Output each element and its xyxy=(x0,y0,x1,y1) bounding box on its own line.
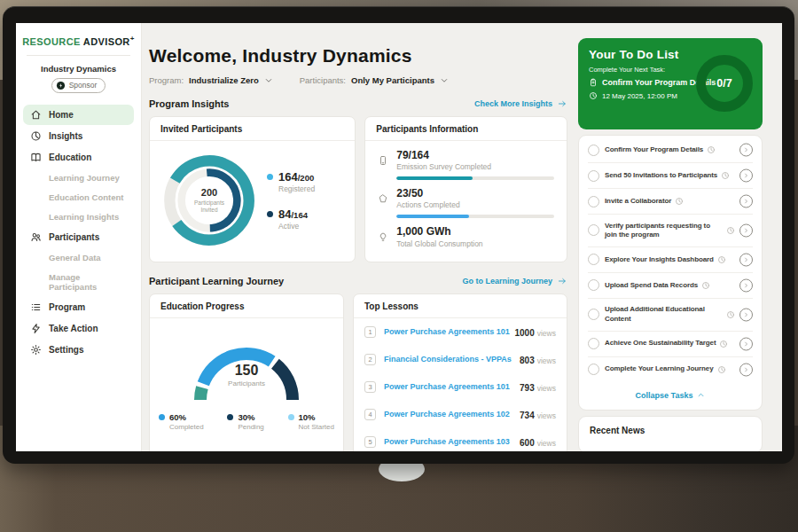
stat-value: 23/50 xyxy=(396,188,459,200)
lesson-title-link[interactable]: Power Purchase Agreements 101 xyxy=(384,382,520,391)
sidebar-item-label: Education xyxy=(49,153,91,162)
chevron-down-icon xyxy=(264,76,273,85)
task-open-button[interactable] xyxy=(739,363,753,376)
todo-progress-value: 0/7 xyxy=(716,77,732,90)
sidebar-item-general-data[interactable]: General Data xyxy=(23,248,134,267)
invited-participants-body: 200 Participants Invited 164/200Register… xyxy=(150,141,355,260)
survey-icon xyxy=(378,155,388,166)
sidebar-item-take-action[interactable]: Take Action xyxy=(23,318,134,339)
task-row: Invite a Collaborator xyxy=(588,189,753,215)
clock-icon xyxy=(589,91,598,100)
sidebar-item-learning-journey[interactable]: Learning Journey xyxy=(23,168,134,187)
program-filter-dropdown[interactable]: Program: Industrialize Zero xyxy=(149,75,273,85)
stat-head: 79/164Emission Survey Completed xyxy=(378,150,554,171)
clock-icon xyxy=(701,281,710,290)
gauge-legend-item: 10%Not Started xyxy=(288,412,334,431)
task-open-button[interactable] xyxy=(739,337,753,350)
recent-news-card: Recent News xyxy=(578,416,763,451)
lesson-row: 2Financial Considerations - VPPAs803view… xyxy=(354,346,567,373)
task-open-button[interactable] xyxy=(739,144,753,157)
task-open-button[interactable] xyxy=(739,278,753,292)
program-insights-title: Program Insights xyxy=(149,98,229,109)
sidebar-item-education-content[interactable]: Education Content xyxy=(23,188,134,207)
participants-filter-dropdown[interactable]: Participants: Only My Participants xyxy=(300,75,449,85)
task-label: Invite a Collaborator xyxy=(605,197,671,206)
clock-icon xyxy=(719,340,728,348)
todo-tasks-card: Confirm Your Program DetailsSend 50 Invi… xyxy=(578,135,763,411)
chevron-right-icon xyxy=(743,147,749,153)
task-checkbox[interactable] xyxy=(588,338,599,349)
sidebar-item-education[interactable]: Education xyxy=(23,147,134,168)
gauge-center-caption: Participants xyxy=(174,379,319,387)
legend-value: 30% xyxy=(238,412,263,422)
invited-participants-title: Invited Participants xyxy=(150,117,355,141)
lesson-rank-badge: 1 xyxy=(364,326,376,338)
clock-icon xyxy=(675,197,684,206)
sidebar-nav: HomeInsightsEducationLearning JourneyEdu… xyxy=(16,103,141,363)
chevron-right-icon xyxy=(743,282,749,288)
gauge-center-value: 150 xyxy=(174,363,319,379)
page-title: Welcome, Industry Dynamics xyxy=(149,45,567,66)
sidebar-item-label: Education Content xyxy=(49,192,123,202)
task-row: Send 50 Invitations to Participants xyxy=(588,163,753,189)
lesson-title-link[interactable]: Power Purchase Agreements 102 xyxy=(384,410,520,419)
lesson-row: 5Power Purchase Agreements 103600views xyxy=(354,428,567,451)
sidebar-item-learning-insights[interactable]: Learning Insights xyxy=(23,207,134,226)
task-checkbox[interactable] xyxy=(588,279,599,291)
sponsor-badge-icon xyxy=(56,81,66,90)
sidebar-item-settings[interactable]: Settings xyxy=(23,340,134,360)
task-checkbox[interactable] xyxy=(588,364,599,375)
sidebar-item-home[interactable]: Home xyxy=(23,105,134,125)
sidebar-item-participants[interactable]: Participants xyxy=(23,227,134,247)
legend-label: Pending xyxy=(238,423,263,431)
task-checkbox[interactable] xyxy=(588,196,599,207)
todo-progress-ring: 0/7 xyxy=(696,55,753,112)
task-row: Explore Your Insights Dashboard xyxy=(588,247,753,273)
task-open-button[interactable] xyxy=(739,223,753,237)
participants-icon xyxy=(30,231,42,243)
stat-head: 23/50Actions Completed xyxy=(378,188,554,209)
sidebar-item-label: Learning Insights xyxy=(49,212,119,222)
sponsor-badge-label: Sponsor xyxy=(69,81,98,90)
lesson-rank-badge: 3 xyxy=(364,381,376,393)
arrow-right-icon xyxy=(557,99,567,108)
clock-icon xyxy=(707,145,716,154)
lesson-views: 1000views xyxy=(514,324,556,340)
lesson-title-link[interactable]: Financial Considerations - VPPAs xyxy=(384,355,520,364)
task-open-button[interactable] xyxy=(739,308,753,321)
go-to-learning-journey-link[interactable]: Go to Learning Journey xyxy=(462,277,567,286)
task-open-button[interactable] xyxy=(739,195,753,208)
check-more-insights-link[interactable]: Check More Insights xyxy=(474,99,567,108)
lesson-title-link[interactable]: Power Purchase Agreements 103 xyxy=(384,437,520,446)
task-checkbox[interactable] xyxy=(588,145,599,156)
collapse-tasks-link[interactable]: Collapse Tasks xyxy=(588,382,753,408)
sidebar-item-manage-participants[interactable]: Manage Participants xyxy=(23,268,134,296)
sidebar-item-program[interactable]: Program xyxy=(23,297,134,317)
lesson-title-link[interactable]: Power Purchase Agreements 101 xyxy=(384,327,514,336)
program-icon xyxy=(30,301,42,313)
task-open-button[interactable] xyxy=(739,169,753,183)
invited-participants-card: Invited Participants 200 Participants In… xyxy=(149,116,356,262)
lesson-rank-badge: 5 xyxy=(364,436,376,448)
task-checkbox[interactable] xyxy=(588,309,599,320)
main-content: Welcome, Industry Dynamics Program: Indu… xyxy=(149,23,567,451)
sidebar-item-insights[interactable]: Insights xyxy=(23,126,134,146)
education-icon xyxy=(30,152,42,163)
clipboard-icon xyxy=(589,78,598,87)
task-checkbox[interactable] xyxy=(588,170,599,182)
todo-summary-card: Your To Do List Complete Your Next Task:… xyxy=(578,38,763,129)
task-open-button[interactable] xyxy=(739,253,753,266)
task-checkbox[interactable] xyxy=(588,224,599,236)
participant-stat: 23/50Actions Completed xyxy=(378,188,554,218)
clock-icon xyxy=(717,255,726,264)
learning-journey-header: Participant Learning Journey Go to Learn… xyxy=(149,276,567,286)
clock-icon xyxy=(726,226,735,235)
task-label: Confirm Your Program Details xyxy=(605,145,703,154)
top-lessons-card: Top Lessons 1Power Purchase Agreements 1… xyxy=(353,293,567,451)
clock-icon xyxy=(726,310,735,319)
logo-secondary: ADVISOR+ xyxy=(83,36,135,47)
sponsor-badge[interactable]: Sponsor xyxy=(51,78,106,93)
invited-donut-chart: 200 Participants Invited xyxy=(159,150,260,251)
chevron-right-icon xyxy=(743,199,749,205)
task-checkbox[interactable] xyxy=(588,254,599,265)
